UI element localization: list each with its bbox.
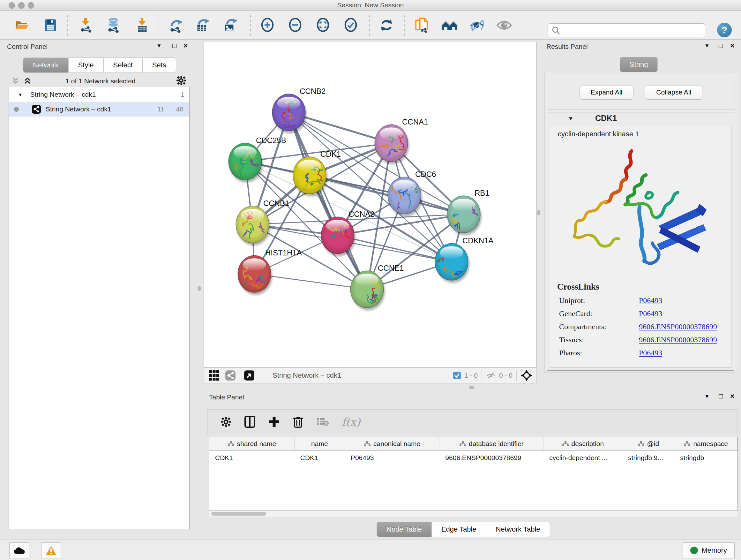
zoom-in-button[interactable] — [259, 16, 276, 34]
network-canvas[interactable]: CCNB2CCNA1CDC25BCDK1CDC6RB1CCNB1CCNA2CDK… — [204, 42, 537, 368]
search-field[interactable] — [548, 23, 705, 37]
control-panel-float-icon[interactable]: □ — [172, 42, 177, 50]
save-session-button[interactable] — [42, 16, 59, 34]
crosslink-value-link[interactable]: P06493 — [639, 349, 662, 357]
tab-select[interactable]: Select — [104, 57, 143, 73]
table-row[interactable]: CDK1CDK1P064939606.ENSP00000378699cyclin… — [209, 451, 738, 465]
network-edge[interactable] — [289, 112, 367, 289]
export-image-button[interactable] — [221, 16, 239, 34]
fit-selected-crosshair-icon[interactable] — [521, 369, 533, 381]
export-network-button[interactable] — [167, 16, 185, 34]
table-cell[interactable]: CDK1 — [209, 451, 294, 465]
import-network-from-database-button[interactable] — [105, 16, 122, 34]
table-cell[interactable]: 9606.ENSP00000378699 — [440, 451, 543, 465]
vertical-divider-grip[interactable] — [198, 286, 201, 291]
results-panel-menu-arrow-icon[interactable]: ▼ — [704, 43, 710, 49]
memory-button[interactable]: Memory — [683, 543, 735, 558]
show-all-button[interactable] — [495, 16, 513, 34]
import-network-icon — [77, 17, 93, 33]
network-node-CDC25B[interactable]: CDC25B — [228, 136, 286, 183]
import-network-button[interactable] — [77, 16, 94, 34]
network-node-CCNB2[interactable]: CCNB2 — [272, 87, 326, 133]
export-table-button[interactable] — [194, 16, 212, 34]
hide-selected-button[interactable] — [468, 16, 486, 34]
table-cell[interactable]: P06493 — [345, 451, 440, 465]
network-graph[interactable]: CCNB2CCNA1CDC25BCDK1CDC6RB1CCNB1CCNA2CDK… — [204, 42, 536, 367]
zoom-out-button[interactable] — [286, 16, 304, 34]
open-session-button[interactable] — [13, 16, 30, 34]
network-collection-row[interactable]: ▼ String Network – cdk1 1 — [9, 87, 189, 102]
help-label: ? — [722, 24, 727, 36]
grid-view-icon[interactable] — [208, 370, 220, 381]
help-button[interactable]: ? — [717, 23, 732, 37]
control-panel-menu-arrow-icon[interactable]: ▼ — [156, 43, 162, 49]
table-panel-menu-arrow-icon[interactable]: ▼ — [704, 393, 710, 400]
crosslink-row: GeneCard:P06493 — [559, 309, 731, 318]
table-horizontal-scrollbar[interactable] — [209, 511, 738, 516]
tab-sets[interactable]: Sets — [143, 57, 176, 73]
table-options-button[interactable] — [220, 416, 231, 427]
add-column-button[interactable] — [268, 416, 280, 428]
network-node-HIST1H1A[interactable]: HIST1H1A — [238, 248, 302, 295]
collapse-all-button[interactable]: Collapse All — [645, 85, 702, 100]
column-header-canonical-name[interactable]: canonical name — [345, 437, 440, 450]
network-node-CCNA1[interactable]: CCNA1 — [375, 118, 428, 164]
results-panel-float-icon[interactable]: □ — [719, 42, 723, 50]
table-cell[interactable]: stringdb:9... — [622, 451, 674, 465]
function-builder-button: f(x) — [342, 415, 360, 428]
crosslink-value-link[interactable]: 9606.ENSP00000378699 — [639, 335, 717, 344]
network-node-RB1[interactable]: RB1 — [447, 189, 489, 235]
network-edge[interactable] — [310, 175, 464, 214]
clone-network-button[interactable] — [413, 16, 431, 34]
string-view-icon[interactable] — [225, 370, 236, 381]
crosslink-value-link[interactable]: P06493 — [639, 296, 662, 305]
column-header-namespace[interactable]: namespace — [674, 437, 738, 450]
scrollbar-thumb[interactable] — [211, 512, 266, 516]
column-header-database-identifier[interactable]: database identifier — [440, 437, 543, 450]
string-home-button[interactable] — [441, 16, 459, 34]
eye-slash-icon — [469, 17, 485, 33]
table-panel-close-icon[interactable]: × — [730, 392, 734, 401]
tab-edge-table[interactable]: Edge Table — [432, 522, 486, 537]
table-panel-float-icon[interactable]: □ — [719, 392, 723, 400]
control-panel-close-icon[interactable]: × — [184, 42, 188, 50]
network-options-button[interactable] — [176, 75, 186, 87]
delete-column-button[interactable] — [293, 415, 304, 428]
column-header-name[interactable]: name — [294, 437, 345, 450]
network-node-CCNB1[interactable]: CCNB1 — [236, 199, 289, 246]
horizontal-divider-grip[interactable] — [469, 386, 474, 389]
tab-style[interactable]: Style — [69, 57, 104, 73]
column-header--id[interactable]: @id — [622, 437, 674, 450]
results-panel-close-icon[interactable]: × — [730, 42, 734, 50]
import-table-button[interactable] — [133, 16, 151, 34]
gear-icon — [220, 416, 231, 427]
table-cell[interactable]: stringdb — [674, 451, 738, 465]
column-header-description[interactable]: description — [543, 437, 622, 450]
apply-layout-button[interactable] — [378, 16, 395, 34]
tab-node-table[interactable]: Node Table — [377, 522, 432, 537]
tree-expander-icon[interactable]: ▼ — [18, 92, 23, 98]
zoom-selected-button[interactable] — [342, 16, 360, 34]
crosslink-value-link[interactable]: 9606.ENSP00000378699 — [639, 322, 717, 331]
cdk1-description: cyclin-dependent kinase 1 — [558, 130, 731, 138]
cdk1-collapse-icon[interactable]: ▼ — [568, 116, 574, 122]
network-row[interactable]: String Network – cdk1 11 48 — [9, 102, 189, 117]
selected-checkbox-icon[interactable] — [453, 371, 461, 380]
tab-string[interactable]: String — [620, 57, 658, 72]
birdseye-view-icon[interactable] — [244, 370, 255, 381]
table-cell[interactable]: cyclin-dependent ... — [543, 451, 622, 465]
search-input[interactable] — [560, 26, 695, 35]
node-table[interactable]: shared namenamecanonical namedatabase id… — [209, 437, 738, 511]
column-header-shared-name[interactable]: shared name — [209, 437, 294, 450]
zoom-fit-button[interactable] — [314, 16, 332, 34]
table-cell[interactable]: CDK1 — [294, 451, 345, 465]
warning-status-button[interactable] — [41, 543, 61, 558]
show-columns-button[interactable] — [244, 415, 256, 428]
crosslink-value-link[interactable]: P06493 — [639, 309, 662, 318]
expand-all-button[interactable]: Expand All — [580, 85, 633, 100]
network-node-CDC6[interactable]: CDC6 — [388, 170, 436, 220]
cloud-status-button[interactable] — [9, 543, 29, 558]
results-panel-tabs: String — [620, 57, 658, 72]
tab-network-table[interactable]: Network Table — [486, 522, 550, 537]
tab-network[interactable]: Network — [23, 57, 69, 73]
